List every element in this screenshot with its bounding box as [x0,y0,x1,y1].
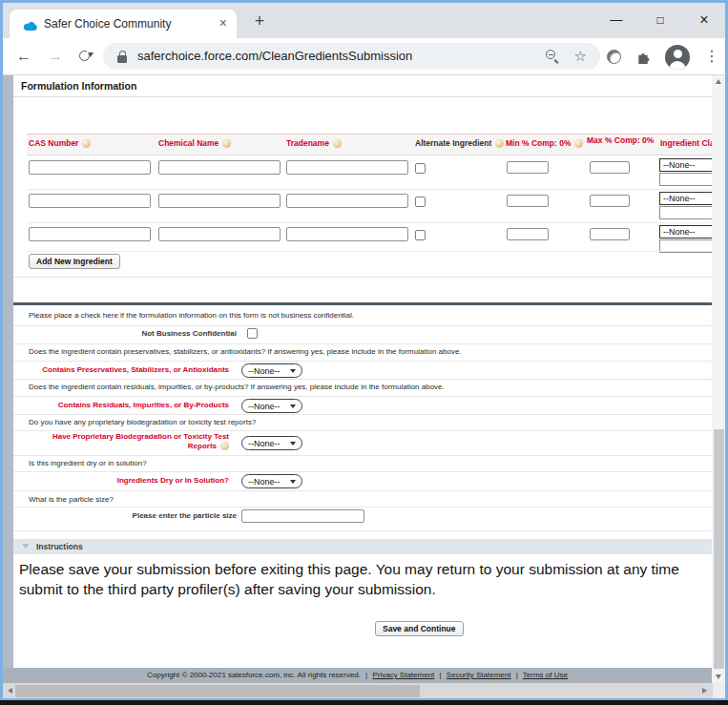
contains-residuals-label: Contains Residuals, Impurities, or By-Pr… [3,401,229,410]
extensions-puzzle-icon[interactable] [635,50,651,69]
min-comp-input[interactable] [507,161,549,174]
security-statement-link[interactable]: Security Statement [447,671,511,679]
page-footer: Copyright © 2000-2021 salesforce.com, in… [3,668,712,683]
column-header-min-comp: Min % Comp: 0% [506,138,583,148]
max-comp-input[interactable] [590,195,630,207]
min-comp-input[interactable] [507,228,549,240]
biodegradation-reports-select[interactable]: --None-- [241,436,302,450]
chevron-down-icon [290,442,296,446]
maximize-button[interactable]: □ [644,7,676,33]
alternate-ingredient-checkbox[interactable] [415,163,426,174]
scroll-up-arrow-icon[interactable] [712,75,725,88]
vertical-scrollbar-thumb[interactable] [714,429,724,669]
contains-preservatives-label: Contains Preservatives, Stabilizers, or … [3,365,229,375]
browser-menu-icon[interactable]: ⋮ [704,47,719,65]
not-business-confidential-checkbox[interactable] [247,328,258,339]
min-comp-input[interactable] [507,195,549,207]
help-icon[interactable] [82,139,91,148]
alternate-ingredient-checkbox[interactable] [415,230,426,240]
question-text: Does the ingredient contain preservative… [29,347,462,356]
copyright-text: Copyright © 2000-2021 salesforce.com, in… [147,671,361,679]
ingredient-class-picklist[interactable]: --None-- [659,192,712,219]
column-header-max-comp: Max % Comp: 0% [587,135,654,145]
ingredient-class-picklist[interactable]: --None-- [659,158,712,186]
separator-line [27,189,712,190]
separator-line [13,361,712,362]
vertical-scrollbar[interactable] [712,75,725,683]
cas-number-input[interactable] [29,194,151,208]
tab-close-icon[interactable]: × [219,15,227,31]
new-tab-button[interactable]: + [247,10,272,32]
back-button[interactable]: ← [16,48,31,65]
biodegradation-reports-label: Have Proprietary Biodegradation or Toxic… [3,432,229,451]
dry-or-solution-select[interactable]: --None-- [241,474,302,488]
page-viewport: Formulation Information CAS Number Chemi… [3,75,712,683]
help-icon[interactable] [220,442,229,450]
instructions-title: Instructions [36,539,83,554]
tradename-input[interactable] [286,227,408,241]
address-bar[interactable]: saferchoice.force.com/CleanGredientsSubm… [103,43,600,70]
help-icon[interactable] [333,139,342,148]
column-header-cas-number: CAS Number [29,138,91,148]
lock-icon [117,51,127,63]
tab-title: Safer Choice Community [44,17,171,31]
scroll-down-arrow-icon[interactable] [712,671,725,683]
close-button[interactable]: × [688,7,720,33]
horizontal-scrollbar-thumb[interactable] [15,685,420,697]
save-and-continue-button[interactable]: Save and Continue [375,621,464,636]
privacy-statement-link[interactable]: Privacy Statement [372,671,434,679]
scroll-right-arrow-icon[interactable] [697,683,711,698]
tradename-input[interactable] [286,160,408,175]
scrollbar-corner [713,683,725,698]
zoom-out-icon[interactable] [546,50,560,64]
tradename-input[interactable] [286,194,408,208]
help-icon[interactable] [495,139,504,148]
browser-toolbar: ← → saferchoice.force.com/CleanGredients… [3,38,725,75]
separator-line [13,277,712,278]
max-comp-input[interactable] [590,161,630,174]
browser-tab[interactable]: Safer Choice Community × [10,10,237,38]
column-header-tradename: Tradename [286,138,342,148]
chemical-name-input[interactable] [158,160,281,175]
profile-avatar[interactable] [665,45,690,70]
separator-line [13,507,712,508]
browser-window: Safer Choice Community × + — □ × ← → saf… [0,0,728,705]
extension-circle-icon[interactable] [607,50,621,64]
chemical-name-input[interactable] [158,227,281,241]
chevron-down-icon [290,369,296,373]
question-text: Is this ingredient dry or in solution? [29,459,147,467]
contains-residuals-select[interactable]: --None-- [241,399,302,413]
separator-line [13,430,712,431]
separator-line [13,96,712,97]
cas-number-input[interactable] [29,227,151,241]
not-business-confidential-label: Not Business Confidential [3,329,237,339]
window-bottom-edge [0,700,728,705]
column-header-ingredient-class: Ingredient Cla [660,138,712,148]
question-text: Does the ingredient contain residuals, i… [29,383,445,391]
salesforce-cloud-favicon [22,18,38,35]
add-new-ingredient-button[interactable]: Add New Ingredient [29,254,120,269]
horizontal-scrollbar[interactable] [3,683,713,698]
help-icon[interactable] [574,139,583,148]
help-icon[interactable] [222,139,231,148]
reload-button[interactable] [79,51,92,63]
forward-button: → [48,48,63,65]
separator-line [13,325,712,326]
alternate-ingredient-checkbox[interactable] [415,197,426,207]
contains-preservatives-select[interactable]: --None-- [241,363,302,378]
chemical-name-input[interactable] [158,194,281,208]
chevron-down-icon [290,480,296,484]
scroll-left-arrow-icon[interactable] [3,683,16,698]
ingredient-class-picklist[interactable]: --None-- [659,225,712,253]
minimize-button[interactable]: — [600,7,633,33]
particle-size-input[interactable] [241,509,364,523]
terms-of-use-link[interactable]: Terms of Use [523,671,568,679]
collapse-triangle-icon [22,544,30,549]
column-header-alternate-ingredient: Alternate Ingredient [415,138,504,148]
instructions-section-header[interactable]: Instructions [13,539,712,554]
cas-number-input[interactable] [29,160,151,175]
bookmark-star-icon[interactable]: ☆ [574,48,587,65]
url-text: saferchoice.force.com/CleanGredientsSubm… [137,43,412,70]
tab-strip: Safer Choice Community × + — □ × [3,3,725,38]
max-comp-input[interactable] [590,228,630,240]
